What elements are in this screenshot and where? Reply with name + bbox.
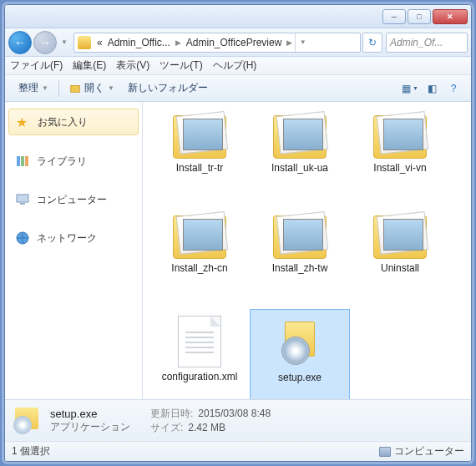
file-item-selected[interactable]: setup.exe (250, 309, 350, 399)
folder-item[interactable]: Install_tr-tr (149, 109, 250, 209)
menu-view[interactable]: 表示(V) (116, 58, 149, 73)
svg-rect-5 (20, 203, 25, 205)
newfolder-button[interactable]: 新しいフォルダー (121, 78, 215, 99)
details-size-label: サイズ: (150, 422, 183, 433)
crumb-segment[interactable]: Admin_OfficePreview (184, 37, 285, 48)
svg-rect-3 (25, 156, 28, 166)
exe-file-icon (278, 317, 322, 368)
help-button[interactable]: ? (443, 79, 464, 98)
history-dropdown[interactable]: ▼ (58, 32, 70, 53)
menubar: ファイル(F) 編集(E) 表示(V) ツール(T) ヘルプ(H) (5, 57, 471, 75)
item-label: configuration.xml (162, 371, 238, 384)
details-date-label: 更新日時: (150, 408, 193, 419)
sidebar-label: ライブラリ (37, 154, 87, 169)
sidebar: ★ お気に入り ライブラリ コンピューター ネットワーク (5, 102, 143, 399)
folder-item[interactable]: Install_zh-tw (250, 209, 350, 309)
item-label: Install_vi-vn (373, 162, 426, 175)
folder-icon (273, 115, 327, 159)
sidebar-label: コンピューター (37, 193, 107, 207)
back-button[interactable]: ← (8, 31, 32, 54)
folder-icon (78, 36, 91, 49)
item-label: Install_zh-tw (272, 262, 328, 276)
crumb-segment[interactable]: Admin_Offic... (105, 37, 173, 48)
sidebar-item-network[interactable]: ネットワーク (8, 225, 139, 251)
explorer-window: ─ □ ✕ ← → ▼ « Admin_Offic... ▶ Admin_Off… (4, 4, 472, 462)
toolbar: 整理▼ 開く▼ 新しいフォルダー ▦▼ ◧ ? (5, 75, 471, 102)
folder-item[interactable]: Install_vi-vn (350, 109, 450, 209)
svg-rect-4 (17, 195, 28, 202)
navbar: ← → ▼ « Admin_Offic... ▶ Admin_OfficePre… (5, 28, 471, 57)
xml-file-icon (178, 316, 221, 367)
body: ★ お気に入り ライブラリ コンピューター ネットワーク Install_tr-… (5, 102, 471, 399)
menu-help[interactable]: ヘルプ(H) (213, 58, 257, 73)
details-date: 2015/03/08 8:48 (198, 408, 271, 419)
close-button[interactable]: ✕ (433, 9, 468, 24)
folder-item[interactable]: Install_uk-ua (250, 109, 350, 209)
status-selection: 1 個選択 (12, 444, 50, 458)
item-label: Install_zh-cn (171, 262, 227, 276)
crumb-overflow[interactable]: « (94, 37, 105, 48)
chevron-right-icon[interactable]: ▶ (284, 38, 295, 47)
folder-icon (173, 115, 226, 159)
item-label: Install_tr-tr (176, 162, 224, 175)
file-list[interactable]: Install_tr-tr Install_uk-ua Install_vi-v… (143, 102, 471, 399)
file-item[interactable]: configuration.xml (149, 309, 250, 399)
open-icon (69, 83, 81, 94)
svg-rect-2 (21, 156, 24, 166)
folder-icon (373, 115, 427, 159)
sidebar-item-libraries[interactable]: ライブラリ (8, 149, 139, 174)
status-bar: 1 個選択 コンピューター (5, 441, 471, 461)
item-label: setup.exe (278, 372, 322, 385)
breadcrumb[interactable]: « Admin_Offic... ▶ Admin_OfficePreview ▶… (73, 33, 361, 53)
star-icon: ★ (16, 114, 31, 129)
sidebar-label: お気に入り (38, 115, 88, 129)
svg-rect-1 (17, 156, 20, 166)
computer-icon (379, 447, 391, 457)
svg-rect-0 (71, 85, 80, 92)
minimize-button[interactable]: ─ (382, 9, 406, 24)
chevron-right-icon[interactable]: ▶ (173, 38, 184, 47)
view-options-button[interactable]: ▦▼ (399, 79, 421, 98)
refresh-button[interactable]: ↻ (362, 33, 382, 53)
titlebar[interactable]: ─ □ ✕ (5, 5, 471, 28)
exe-file-icon (12, 406, 42, 436)
search-input[interactable]: Admin_Of... (386, 33, 468, 53)
item-label: Uninstall (381, 262, 419, 276)
details-size: 2.42 MB (188, 422, 225, 433)
forward-button[interactable]: → (33, 31, 57, 54)
folder-icon (173, 215, 226, 259)
open-button[interactable]: 開く▼ (63, 78, 121, 99)
folder-item[interactable]: Install_zh-cn (149, 209, 250, 309)
menu-edit[interactable]: 編集(E) (73, 58, 106, 73)
menu-tool[interactable]: ツール(T) (160, 58, 202, 73)
organize-button[interactable]: 整理▼ (12, 78, 55, 99)
crumb-dropdown[interactable]: ▼ (295, 33, 310, 52)
details-pane: setup.exe アプリケーション 更新日時:2015/03/08 8:48 … (5, 399, 471, 441)
library-icon (15, 154, 30, 169)
maximize-button[interactable]: □ (408, 9, 431, 24)
status-location: コンピューター (394, 444, 464, 458)
sidebar-item-computer[interactable]: コンピューター (8, 187, 139, 212)
menu-file[interactable]: ファイル(F) (10, 58, 63, 73)
sidebar-label: ネットワーク (37, 231, 97, 246)
preview-pane-button[interactable]: ◧ (421, 79, 443, 98)
computer-icon (15, 192, 30, 207)
details-filename: setup.exe (50, 408, 130, 420)
details-filetype: アプリケーション (50, 420, 130, 434)
sidebar-item-favorites[interactable]: ★ お気に入り (8, 109, 139, 135)
network-icon (15, 230, 30, 246)
folder-item[interactable]: Uninstall (350, 209, 450, 309)
folder-icon (273, 215, 327, 259)
item-label: Install_uk-ua (271, 162, 328, 175)
folder-icon (373, 215, 427, 259)
separator (58, 80, 59, 97)
